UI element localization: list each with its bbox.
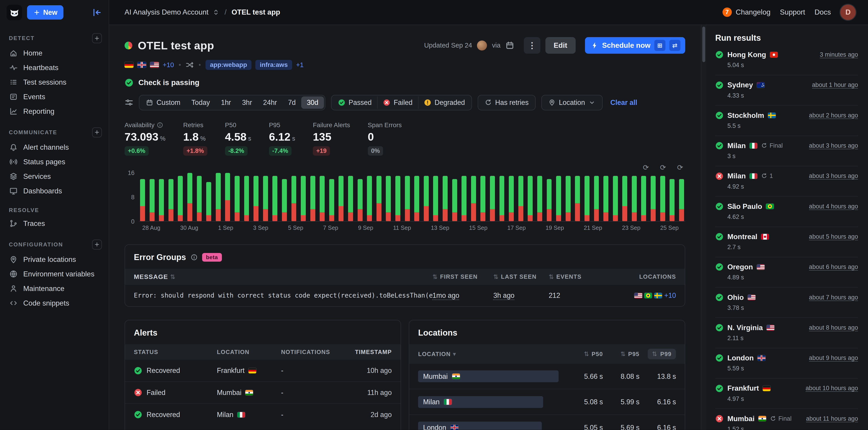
sidebar-item-alert-channels[interactable]: Alert channels (0, 140, 109, 155)
col-p99[interactable]: ⇅ P99 (640, 349, 676, 360)
chart-bar[interactable] (651, 173, 656, 221)
sidebar-item-private-locations[interactable]: Private locations (0, 252, 109, 267)
chart-bar[interactable] (424, 173, 429, 221)
status-filter-passed[interactable]: Passed (333, 96, 377, 109)
chart-bar[interactable] (603, 173, 608, 221)
chart-bar[interactable] (168, 173, 174, 221)
new-button[interactable]: New (27, 5, 63, 20)
run-time-link[interactable]: about 3 hours ago (809, 142, 858, 149)
chart-bar[interactable] (566, 173, 570, 221)
chart-bar[interactable] (452, 173, 457, 221)
sidebar-item-reporting[interactable]: Reporting (0, 104, 109, 118)
chart-bar[interactable] (679, 173, 684, 221)
run-result-item[interactable]: Ohio about 7 hours ago 3.78 s (715, 288, 858, 318)
alert-row[interactable]: Recovered Frankfurt - 10h ago (125, 360, 401, 381)
chart-bar[interactable] (206, 173, 211, 221)
chart-bar[interactable] (187, 173, 192, 221)
chart-bar[interactable] (518, 173, 523, 221)
chart-bar[interactable] (140, 173, 145, 221)
support-link[interactable]: Support (780, 8, 805, 17)
col-events[interactable]: ⇅ EVENTS (549, 273, 593, 281)
run-time-link[interactable]: about 7 hours ago (809, 294, 858, 301)
location-row[interactable]: Mumbai 5.66 s 8.08 s 13.8 s (409, 364, 685, 389)
run-result-item[interactable]: London about 9 hours ago 5.59 s (715, 348, 858, 379)
time-filter-3hr[interactable]: 3hr (237, 96, 257, 109)
retry-failed-icon[interactable]: ⟳ (660, 163, 666, 172)
scrollbar-thumb[interactable] (702, 27, 705, 62)
chart-bar[interactable] (622, 173, 627, 221)
chart-bar[interactable] (178, 173, 183, 221)
col-p50[interactable]: ⇅ P50 (566, 350, 603, 357)
run-result-item[interactable]: Milan Final about 3 hours ago 3 s (715, 136, 858, 166)
run-result-item[interactable]: Hong Kong 3 minutes ago 5.04 s (715, 45, 858, 75)
sidebar-item-events[interactable]: Events (0, 89, 109, 104)
chart-bar[interactable] (480, 173, 485, 221)
run-result-item[interactable]: N. Virginia about 8 hours ago 2.11 s (715, 318, 858, 348)
filter-sliders-icon[interactable] (125, 98, 133, 107)
col-location[interactable]: LOCATION ▾ (418, 350, 566, 357)
chart-bar[interactable] (339, 173, 343, 221)
chart-bar[interactable] (594, 173, 599, 221)
chart-bar[interactable] (358, 173, 363, 221)
run-result-item[interactable]: Mumbai Final about 11 hours ago 1.52 s (715, 409, 858, 430)
sidebar-item-traces[interactable]: Traces (0, 216, 109, 231)
time-filter-30d[interactable]: 30d (301, 96, 324, 109)
chart-bar[interactable] (490, 173, 495, 221)
time-filter-1hr[interactable]: 1hr (216, 96, 237, 109)
chart-bar[interactable] (348, 173, 353, 221)
sidebar-item-maintenance[interactable]: Maintenance (0, 281, 109, 296)
chart-bar[interactable] (537, 173, 542, 221)
run-time-link[interactable]: about 5 hours ago (809, 233, 858, 240)
sidebar-item-dashboards[interactable]: Dashboards (0, 183, 109, 198)
chart-bar[interactable] (272, 173, 277, 221)
location-row[interactable]: Milan 5.08 s 5.99 s 6.16 s (409, 389, 685, 414)
edit-button[interactable]: Edit (546, 37, 576, 54)
info-icon[interactable] (190, 254, 198, 261)
sidebar-item-services[interactable]: Services (0, 169, 109, 183)
run-time-link[interactable]: about 4 hours ago (809, 203, 858, 210)
chart-bar[interactable] (641, 173, 646, 221)
chart-bar[interactable] (670, 173, 675, 221)
chart-bar[interactable] (528, 173, 533, 221)
chart-bar[interactable] (395, 173, 400, 221)
col-last-seen[interactable]: ⇅ LAST SEEN (493, 273, 549, 281)
chart-bar[interactable] (376, 173, 381, 221)
chart-bar[interactable] (556, 173, 561, 221)
location-filter-dropdown[interactable]: Location (543, 96, 601, 109)
run-result-item[interactable]: Frankfurt about 10 hours ago 4.97 s (715, 379, 858, 409)
alert-row[interactable]: Recovered Milan - 2d ago (125, 403, 401, 426)
docs-link[interactable]: Docs (814, 8, 831, 17)
chart-bar[interactable] (367, 173, 372, 221)
chart-bar[interactable] (433, 173, 438, 221)
run-time-link[interactable]: about 6 hours ago (809, 263, 858, 270)
run-result-item[interactable]: Oregon about 6 hours ago 4.89 s (715, 257, 858, 288)
chart-bar[interactable] (585, 173, 589, 221)
sidebar-item-test-sessions[interactable]: Test sessions (0, 75, 109, 90)
location-row[interactable]: London 5.05 s 5.69 s 6.16 s (409, 414, 685, 430)
run-result-item[interactable]: Stockholm about 2 hours ago 5.5 s (715, 106, 858, 136)
chart-bar[interactable] (197, 173, 202, 221)
changelog-link[interactable]: Changelog (736, 8, 771, 17)
time-filter-7d[interactable]: 7d (283, 96, 302, 109)
chart-bar[interactable] (225, 173, 230, 221)
chart-bar[interactable] (660, 173, 665, 221)
checkly-logo-icon[interactable] (7, 5, 22, 20)
chart-bar[interactable] (329, 173, 334, 221)
col-first-seen[interactable]: ⇅ FIRST SEEN (432, 273, 493, 281)
run-result-item[interactable]: Sydney about 1 hour ago 4.33 s (715, 75, 858, 106)
collapse-sidebar-icon[interactable] (92, 7, 102, 18)
schedule-now-button[interactable]: Schedule now ⊞ ⇄ (585, 37, 685, 54)
section-add-button[interactable] (92, 33, 102, 43)
run-result-item[interactable]: São Paulo about 4 hours ago 4.62 s (715, 197, 858, 227)
run-time-link[interactable]: about 11 hours ago (806, 415, 858, 422)
chart-bar[interactable] (613, 173, 618, 221)
chart-bar[interactable] (320, 173, 324, 221)
more-locations-link[interactable]: +10 (664, 291, 676, 299)
chart-bar[interactable] (386, 173, 391, 221)
more-tags-link[interactable]: +1 (296, 61, 304, 69)
run-time-link[interactable]: about 2 hours ago (809, 112, 858, 119)
refresh-chart-icon[interactable]: ⟳ (677, 163, 683, 172)
run-time-link[interactable]: about 9 hours ago (809, 354, 858, 362)
run-result-item[interactable]: Montreal about 5 hours ago 2.7 s (715, 227, 858, 257)
last-seen[interactable]: 3h ago (493, 291, 549, 299)
